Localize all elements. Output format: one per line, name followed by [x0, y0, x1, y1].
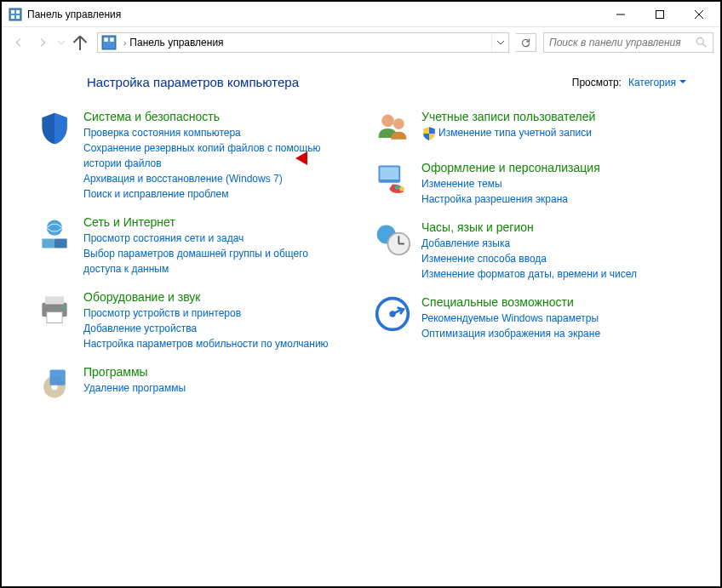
category-user-accounts: Учетные записи пользователей Изменение т… [374, 110, 686, 147]
category-link[interactable]: Рекомендуемые Windows параметры [421, 311, 686, 326]
svg-point-12 [696, 37, 703, 44]
category-link[interactable]: Добавление устройства [83, 321, 348, 336]
search-box[interactable] [543, 32, 713, 53]
svg-rect-1 [11, 10, 14, 14]
right-column: Учетные записи пользователей Изменение т… [374, 110, 686, 416]
category-hardware-sound: Оборудование и звук Просмотр устройств и… [36, 290, 348, 351]
category-link[interactable]: Выбор параметров домашней группы и общег… [83, 246, 348, 277]
maximize-button[interactable] [640, 2, 679, 27]
svg-line-13 [702, 43, 706, 47]
svg-rect-15 [42, 239, 54, 248]
svg-rect-18 [45, 296, 64, 304]
address-bar[interactable]: › Панель управления [97, 32, 509, 53]
category-link[interactable]: Изменение способа ввода [421, 251, 686, 266]
window-title: Панель управления [27, 9, 601, 20]
category-title[interactable]: Оформление и персонализация [421, 161, 686, 174]
category-link[interactable]: Просмотр состояния сети и задач [83, 231, 348, 246]
category-link[interactable]: Поиск и исправление проблем [83, 186, 348, 202]
appearance-icon [374, 161, 411, 198]
category-clock-language-region: Часы, язык и регион Добавление языка Изм… [374, 220, 686, 282]
refresh-button[interactable] [516, 33, 536, 52]
category-link[interactable]: Изменение типа учетной записи [421, 125, 686, 141]
category-link[interactable]: Настройка параметров мобильности по умол… [83, 336, 348, 351]
clock-icon [374, 220, 411, 258]
svg-rect-16 [54, 239, 67, 248]
programs-icon [36, 365, 73, 402]
breadcrumb-separator: › [123, 38, 126, 48]
svg-rect-23 [50, 370, 66, 385]
svg-point-20 [62, 305, 66, 309]
printer-icon [36, 290, 73, 328]
category-title[interactable]: Учетные записи пользователей [421, 110, 686, 123]
category-link[interactable]: Добавление языка [421, 236, 686, 251]
svg-point-24 [381, 115, 394, 128]
category-link[interactable]: Сохранение резервных копий файлов с помо… [83, 140, 348, 171]
svg-rect-6 [656, 10, 664, 18]
navbar: › Панель управления [2, 27, 720, 58]
svg-point-29 [399, 186, 404, 191]
titlebar: Панель управления [2, 2, 720, 27]
svg-rect-4 [16, 15, 20, 19]
category-link[interactable]: Архивация и восстановление (Windows 7) [83, 171, 348, 186]
left-column: Система и безопасность Проверка состояни… [36, 110, 348, 416]
uac-shield-icon [421, 126, 437, 141]
svg-point-25 [393, 118, 404, 129]
network-icon [36, 215, 73, 253]
category-link[interactable]: Изменение форматов даты, времени и чисел [421, 266, 686, 282]
search-icon [696, 37, 708, 49]
control-panel-icon [9, 8, 22, 21]
category-title[interactable]: Система и безопасность [83, 110, 348, 123]
svg-rect-2 [16, 10, 20, 14]
category-link[interactable]: Удаление программы [83, 380, 348, 396]
content-area: Настройка параметров компьютера Просмотр… [2, 58, 720, 433]
forward-button[interactable] [32, 32, 53, 53]
category-appearance: Оформление и персонализация Изменение те… [374, 161, 686, 207]
category-title[interactable]: Оборудование и звук [83, 290, 348, 304]
shield-icon [36, 110, 73, 147]
category-title[interactable]: Часы, язык и регион [421, 220, 686, 234]
users-icon [374, 110, 411, 147]
svg-point-14 [47, 220, 62, 236]
category-link[interactable]: Проверка состояния компьютера [83, 125, 348, 140]
close-button[interactable] [679, 2, 719, 27]
category-link[interactable]: Просмотр устройств и принтеров [83, 305, 348, 321]
ease-of-access-icon [374, 295, 411, 333]
svg-rect-10 [104, 37, 108, 42]
category-title[interactable]: Сеть и Интернет [83, 215, 348, 229]
category-link[interactable]: Настройка разрешения экрана [421, 191, 686, 207]
search-input[interactable] [549, 37, 696, 49]
view-label: Просмотр: [572, 77, 622, 88]
page-title: Настройка параметров компьютера [87, 75, 299, 89]
back-button[interactable] [9, 32, 29, 53]
control-panel-icon [101, 35, 117, 50]
svg-rect-3 [11, 15, 14, 19]
minimize-button[interactable] [601, 2, 640, 27]
svg-rect-11 [110, 37, 114, 42]
category-title[interactable]: Специальные возможности [421, 295, 686, 309]
category-link[interactable]: Оптимизация изображения на экране [421, 326, 686, 341]
svg-point-28 [395, 185, 400, 190]
category-network-internet: Сеть и Интернет Просмотр состояния сети … [36, 215, 348, 277]
category-system-security: Система и безопасность Проверка состояни… [36, 110, 348, 202]
category-ease-of-access: Специальные возможности Рекомендуемые Wi… [374, 295, 686, 341]
recent-locations-button[interactable] [56, 41, 66, 45]
breadcrumb[interactable]: Панель управления [129, 37, 491, 49]
up-button[interactable] [70, 32, 90, 53]
category-link[interactable]: Изменение темы [421, 176, 686, 191]
view-dropdown[interactable]: Категория [628, 77, 686, 88]
category-programs: Программы Удаление программы [36, 365, 348, 402]
category-title[interactable]: Программы [83, 365, 348, 379]
svg-rect-19 [47, 312, 62, 323]
address-dropdown[interactable] [491, 33, 508, 52]
svg-rect-27 [380, 167, 398, 180]
